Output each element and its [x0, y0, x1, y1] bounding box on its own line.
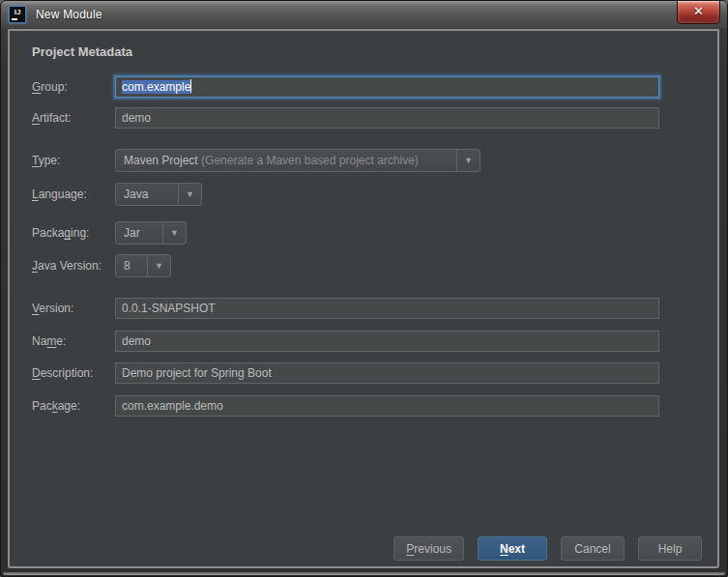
dialog-content: Project Metadata Group: com.example Arti…	[8, 29, 719, 568]
name-input[interactable]: demo	[115, 331, 659, 352]
packaging-value: Jar	[116, 226, 162, 240]
next-button[interactable]: Next	[478, 536, 547, 561]
group-input[interactable]: com.example	[115, 76, 659, 98]
language-value: Java	[116, 188, 178, 201]
close-icon[interactable]: ✕	[677, 1, 720, 24]
group-label: Group:	[32, 80, 68, 94]
version-input[interactable]: 0.0.1-SNAPSHOT	[115, 298, 659, 319]
type-hint: (Generate a Maven based project archive)	[201, 154, 419, 167]
titlebar[interactable]: IJ New Module ✕	[1, 1, 727, 29]
type-label: Type:	[32, 154, 60, 167]
chevron-down-icon[interactable]: ▼	[162, 222, 186, 244]
previous-button[interactable]: Previous	[393, 536, 464, 561]
description-label: Description:	[32, 366, 93, 380]
type-select[interactable]: Maven Project (Generate a Maven based pr…	[115, 149, 480, 172]
selected-text: com.example	[122, 80, 190, 94]
language-select[interactable]: Java ▼	[115, 183, 202, 206]
dialog-button-bar: Previous Next Cancel Help	[393, 536, 702, 561]
package-label: Package:	[32, 399, 80, 413]
new-module-dialog: IJ New Module ✕ Project Metadata Group: …	[0, 0, 728, 577]
app-icon-text: IJ	[15, 8, 21, 16]
name-label: Name:	[32, 334, 66, 348]
type-value: Maven Project	[124, 154, 198, 167]
language-label: Language:	[32, 188, 87, 201]
help-button[interactable]: Help	[638, 536, 702, 561]
packaging-label: Packaging:	[32, 226, 89, 240]
chevron-down-icon[interactable]: ▼	[178, 184, 201, 205]
version-label: Version:	[32, 302, 73, 315]
java-version-select[interactable]: 8 ▼	[115, 254, 171, 277]
artifact-label: Artifact:	[32, 111, 72, 125]
window-title: New Module	[36, 8, 102, 21]
cancel-button[interactable]: Cancel	[561, 536, 625, 561]
page-title: Project Metadata	[32, 44, 132, 59]
chevron-down-icon[interactable]: ▼	[456, 150, 480, 171]
java-version-value: 8	[116, 259, 147, 273]
package-input[interactable]: com.example.demo	[115, 395, 659, 417]
java-version-label: Java Version:	[32, 259, 102, 273]
text-caret	[190, 79, 191, 93]
description-input[interactable]: Demo project for Spring Boot	[115, 362, 659, 384]
artifact-input[interactable]: demo	[115, 107, 659, 129]
intellij-idea-icon: IJ	[9, 6, 26, 23]
app-icon-dash	[12, 18, 17, 20]
chevron-down-icon[interactable]: ▼	[147, 255, 170, 276]
packaging-select[interactable]: Jar ▼	[115, 221, 187, 245]
